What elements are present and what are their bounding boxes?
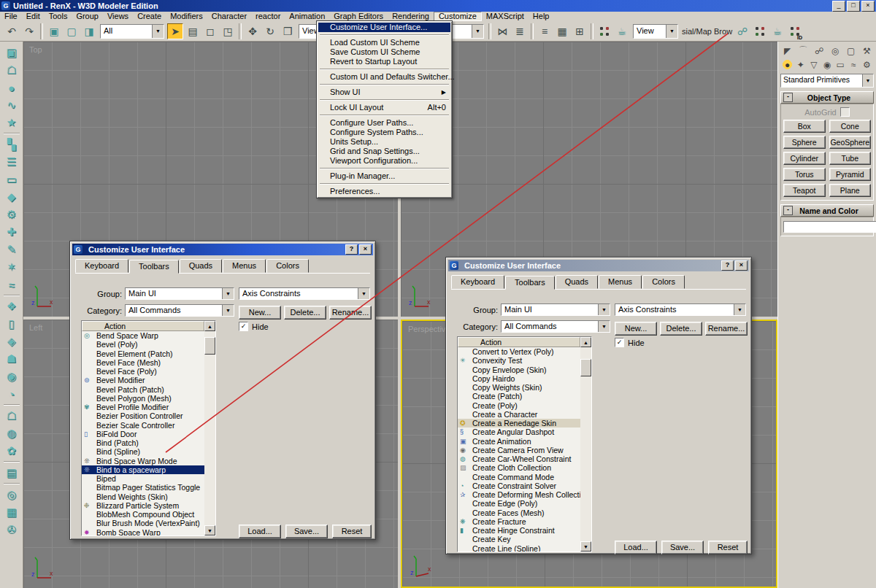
render-last-icon[interactable]: ☕ <box>769 23 785 39</box>
menu-item-units-setup[interactable]: Units Setup... <box>318 137 450 147</box>
menu-item-save-custom-ui-scheme[interactable]: Save Custom UI Scheme <box>318 47 450 57</box>
action-item-blend-weights-skin[interactable]: Blend Weights (Skin) <box>82 492 204 501</box>
category-helpers-icon[interactable]: ▭ <box>834 58 847 71</box>
delete-button[interactable]: Delete... <box>660 322 702 336</box>
dropdown-arrow-icon[interactable]: ▼ <box>598 304 610 315</box>
scroll-up-icon[interactable]: ▲ <box>204 321 215 331</box>
action-item-bevel-polygon-mesh[interactable]: Bevel Polygon (Mesh) <box>82 394 204 403</box>
category-systems-icon[interactable]: ⚙ <box>861 58 873 71</box>
new-button[interactable]: New... <box>239 306 281 320</box>
capsule-icon[interactable]: ▭ <box>3 171 20 188</box>
close-button[interactable]: × <box>861 1 875 12</box>
category-shapes-icon[interactable]: ✦ <box>794 58 807 71</box>
action-item-create-fracture[interactable]: ❋Create Fracture <box>458 517 580 526</box>
action-item-create-a-character[interactable]: Create a Character <box>458 410 580 419</box>
dialog-tab-colors[interactable]: Colors <box>642 275 685 289</box>
ball-material-icon[interactable]: ◍ <box>3 425 20 442</box>
knot-icon[interactable]: ❖ <box>3 298 20 315</box>
web-material-icon[interactable]: ✿ <box>3 442 20 460</box>
action-item-bomb-space-warp[interactable]: ✸Bomb Space Warp <box>82 528 204 536</box>
scrollbar[interactable]: ▼ <box>580 347 591 552</box>
curve-editor-icon[interactable]: ▦ <box>554 23 570 39</box>
category-lights-icon[interactable]: ▽ <box>807 58 820 71</box>
select-and-rotate-icon[interactable]: ↻ <box>262 23 278 39</box>
customize-ui-dialog-2[interactable]: G Customize User Interface ? × KeyboardT… <box>445 257 752 554</box>
menu-item-customize-user-interface[interactable]: Customize User Interface... <box>318 23 450 32</box>
action-item-blizzard-particle-system[interactable]: ❉Blizzard Particle System <box>82 501 204 510</box>
bind-to-space-warp-icon[interactable]: ◨ <box>81 23 97 39</box>
dropdown-arrow-icon[interactable]: ▼ <box>222 305 234 316</box>
mirror-icon[interactable]: ⋈ <box>494 23 510 39</box>
action-list-header[interactable]: Action <box>458 337 580 347</box>
bone-icon[interactable]: ◆ <box>3 188 20 206</box>
dropdown-arrow-icon[interactable]: ▼ <box>152 25 164 38</box>
tab-utilities-icon[interactable]: ⚒ <box>861 45 873 57</box>
action-item-create-faces-mesh[interactable]: Create Faces (Mesh) <box>458 508 580 517</box>
viewport-top-label[interactable]: Top <box>29 45 42 54</box>
action-item-bend-space-warp[interactable]: ◎Bend Space Warp <box>82 331 204 340</box>
render-scene-icon[interactable]: ☕ <box>614 23 630 39</box>
window-panel-icon[interactable]: ▤ <box>3 464 20 481</box>
action-item-copy-envelope-skin[interactable]: Copy Envelope (Skin) <box>458 365 580 374</box>
menu-help[interactable]: Help <box>529 12 554 21</box>
action-item-create-animation[interactable]: ▣Create Animation <box>458 437 580 446</box>
scrollbar[interactable]: ▼ <box>204 331 215 535</box>
delete-button[interactable]: Delete... <box>284 306 326 320</box>
material-id-dots-icon[interactable]: ID <box>788 25 802 38</box>
redo-icon[interactable]: ↷ <box>21 23 37 39</box>
menu-maxscript[interactable]: MAXScript <box>482 12 529 21</box>
menu-item-plug-in-manager[interactable]: Plug-in Manager... <box>318 171 450 181</box>
create-tube-button[interactable]: Tube <box>829 152 872 165</box>
load-button[interactable]: Load... <box>615 541 657 554</box>
action-item-create-line-spline[interactable]: Create Line (Spline) <box>458 544 580 552</box>
menu-item-load-custom-ui-scheme[interactable]: Load Custom UI Scheme <box>318 38 450 47</box>
select-and-scale-icon[interactable]: ❒ <box>280 23 296 39</box>
action-item-bevel-modifier[interactable]: ⊜Bevel Modifier <box>82 376 204 384</box>
bind-spacewarp-toolbar-icon[interactable]: ☍ <box>734 23 750 39</box>
action-item-create-a-renedage-skin[interactable]: ✪Create a Renedage Skin <box>458 419 580 428</box>
dropdown-arrow-icon[interactable]: ▼ <box>222 288 234 299</box>
select-by-name-icon[interactable]: ▤ <box>185 23 201 39</box>
action-item-bind-spline[interactable]: Bind (Spline) <box>82 447 204 456</box>
menu-item-show-ui[interactable]: Show UI▶ <box>318 88 450 97</box>
save-button[interactable]: Save... <box>285 525 328 538</box>
coin-icon[interactable]: ◔ <box>3 385 20 403</box>
action-item-bevel-poly[interactable]: Bevel (Poly) <box>82 340 204 349</box>
select-and-link-icon[interactable]: ▣ <box>46 23 62 39</box>
dice-icon[interactable]: ◈ <box>3 333 20 350</box>
menu-create[interactable]: Create <box>133 12 166 21</box>
shirt-material-icon[interactable]: ☖ <box>3 407 20 425</box>
close-button[interactable]: × <box>735 260 748 271</box>
action-item-create-key[interactable]: Create Key <box>458 535 580 543</box>
scroll-down-icon[interactable]: ▼ <box>580 541 591 552</box>
create-pyramid-button[interactable]: Pyramid <box>829 168 872 181</box>
action-item-convert-to-vertex-poly[interactable]: Convert to Vertex (Poly) <box>458 347 580 356</box>
action-item-create-edge-poly[interactable]: Create Edge (Poly) <box>458 499 580 508</box>
tab-motion-icon[interactable]: ◎ <box>829 45 841 57</box>
action-item-bind-space-warp-mode[interactable]: ❊Bind Space Warp Mode <box>82 457 204 465</box>
select-and-move-icon[interactable]: ✥ <box>245 23 261 39</box>
film-gear-icon[interactable]: ✇ <box>3 521 20 538</box>
collapse-icon[interactable]: - <box>783 93 793 102</box>
menu-file[interactable]: File <box>0 12 22 21</box>
category-geometry-icon[interactable]: ● <box>781 58 794 71</box>
action-item-copy-hairdo[interactable]: Copy Hairdo <box>458 374 580 383</box>
action-item-bezier-scale-controller[interactable]: Bezier Scale Controller <box>82 421 204 430</box>
name-color-header[interactable]: - Name and Color <box>780 204 874 217</box>
load-button[interactable]: Load... <box>239 525 281 538</box>
dropdown-arrow-icon[interactable]: ▼ <box>472 25 483 38</box>
dialog-tab-toolbars[interactable]: Toolbars <box>505 276 555 290</box>
maximize-button[interactable]: □ <box>847 1 860 12</box>
action-item-convexity-test[interactable]: ✳Convexity Test <box>458 356 580 365</box>
menu-item-revert-to-startup-layout[interactable]: Revert to Startup Layout <box>318 57 450 66</box>
category-dropdown[interactable]: All Commands▼ <box>125 304 234 317</box>
action-item-create-cloth-collection[interactable]: ▨Create Cloth Collection <box>458 463 580 472</box>
waves-icon[interactable]: ≈ <box>3 276 20 293</box>
dialog-tab-quads[interactable]: Quads <box>556 275 598 289</box>
material-editor-icon[interactable] <box>598 25 611 38</box>
action-item-create-angular-dashpot[interactable]: §Create Angular Dashpot <box>458 428 580 436</box>
hide-option[interactable]: ✓ Hide <box>615 338 645 347</box>
menu-modifiers[interactable]: Modifiers <box>166 12 207 21</box>
action-item-copy-weights-skin[interactable]: Copy Weights (Skin) <box>458 383 580 392</box>
close-button[interactable]: × <box>359 244 372 255</box>
